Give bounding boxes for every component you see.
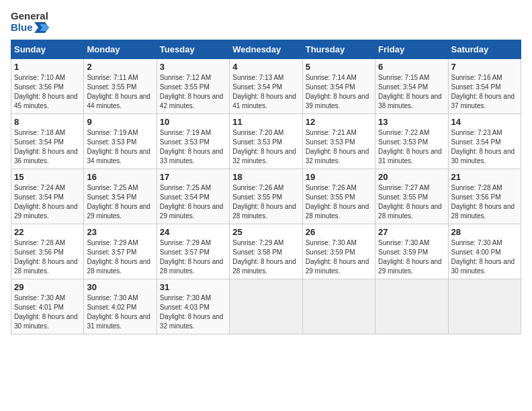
day-number: 27: [378, 227, 445, 237]
day-number: 22: [14, 227, 81, 237]
calendar-week-5: 29 Sunrise: 7:30 AM Sunset: 4:01 PM Dayl…: [11, 279, 521, 334]
calendar-cell: [375, 279, 448, 334]
calendar-cell: 26 Sunrise: 7:30 AM Sunset: 3:59 PM Dayl…: [302, 224, 375, 279]
day-info: Sunrise: 7:21 AM Sunset: 3:53 PM Dayligh…: [306, 128, 372, 166]
day-number: 7: [451, 62, 518, 72]
calendar-cell: 19 Sunrise: 7:26 AM Sunset: 3:55 PM Dayl…: [302, 169, 375, 224]
day-info: Sunrise: 7:11 AM Sunset: 3:55 PM Dayligh…: [87, 73, 153, 111]
day-number: 26: [306, 227, 372, 237]
day-info: Sunrise: 7:18 AM Sunset: 3:54 PM Dayligh…: [14, 128, 81, 166]
day-info: Sunrise: 7:26 AM Sunset: 3:55 PM Dayligh…: [232, 183, 299, 221]
logo-general: General: [11, 11, 48, 22]
day-header-monday: Monday: [84, 40, 157, 59]
day-number: 28: [451, 227, 518, 237]
calendar-cell: 14 Sunrise: 7:23 AM Sunset: 3:54 PM Dayl…: [448, 114, 521, 169]
day-info: Sunrise: 7:23 AM Sunset: 3:54 PM Dayligh…: [451, 128, 518, 166]
calendar-cell: 12 Sunrise: 7:21 AM Sunset: 3:53 PM Dayl…: [302, 114, 375, 169]
day-info: Sunrise: 7:12 AM Sunset: 3:55 PM Dayligh…: [160, 73, 226, 111]
day-info: Sunrise: 7:20 AM Sunset: 3:53 PM Dayligh…: [232, 128, 299, 166]
day-info: Sunrise: 7:30 AM Sunset: 4:01 PM Dayligh…: [14, 293, 81, 331]
day-info: Sunrise: 7:30 AM Sunset: 4:00 PM Dayligh…: [451, 238, 518, 276]
day-info: Sunrise: 7:26 AM Sunset: 3:55 PM Dayligh…: [306, 183, 372, 221]
day-header-tuesday: Tuesday: [157, 40, 229, 59]
day-header-friday: Friday: [375, 40, 448, 59]
calendar-cell: 22 Sunrise: 7:28 AM Sunset: 3:56 PM Dayl…: [11, 224, 84, 279]
day-info: Sunrise: 7:10 AM Sunset: 3:56 PM Dayligh…: [14, 73, 81, 111]
calendar-cell: 27 Sunrise: 7:30 AM Sunset: 3:59 PM Dayl…: [375, 224, 448, 279]
day-number: 31: [160, 282, 226, 292]
day-header-sunday: Sunday: [11, 40, 84, 59]
day-number: 13: [378, 117, 445, 127]
day-info: Sunrise: 7:28 AM Sunset: 3:56 PM Dayligh…: [451, 183, 518, 221]
day-number: 3: [160, 62, 226, 72]
calendar-week-3: 15 Sunrise: 7:24 AM Sunset: 3:54 PM Dayl…: [11, 169, 521, 224]
day-number: 5: [306, 62, 372, 72]
day-info: Sunrise: 7:25 AM Sunset: 3:54 PM Dayligh…: [160, 183, 226, 221]
day-info: Sunrise: 7:19 AM Sunset: 3:53 PM Dayligh…: [87, 128, 153, 166]
day-number: 19: [306, 172, 372, 182]
calendar-week-1: 1 Sunrise: 7:10 AM Sunset: 3:56 PM Dayli…: [11, 59, 521, 114]
day-info: Sunrise: 7:30 AM Sunset: 3:59 PM Dayligh…: [306, 238, 372, 276]
day-info: Sunrise: 7:29 AM Sunset: 3:57 PM Dayligh…: [160, 238, 226, 276]
day-number: 17: [160, 172, 226, 182]
calendar-cell: 9 Sunrise: 7:19 AM Sunset: 3:53 PM Dayli…: [84, 114, 157, 169]
day-number: 21: [451, 172, 518, 182]
day-number: 2: [87, 62, 153, 72]
calendar-cell: 2 Sunrise: 7:11 AM Sunset: 3:55 PM Dayli…: [84, 59, 157, 114]
calendar-cell: 10 Sunrise: 7:19 AM Sunset: 3:53 PM Dayl…: [157, 114, 229, 169]
calendar-cell: 28 Sunrise: 7:30 AM Sunset: 4:00 PM Dayl…: [448, 224, 521, 279]
calendar-cell: 3 Sunrise: 7:12 AM Sunset: 3:55 PM Dayli…: [157, 59, 229, 114]
calendar-cell: 17 Sunrise: 7:25 AM Sunset: 3:54 PM Dayl…: [157, 169, 229, 224]
page-header: General Blue: [11, 11, 521, 33]
calendar-cell: 21 Sunrise: 7:28 AM Sunset: 3:56 PM Dayl…: [448, 169, 521, 224]
calendar-header-row: SundayMondayTuesdayWednesdayThursdayFrid…: [11, 40, 521, 59]
logo-blue: Blue: [11, 22, 33, 34]
day-header-saturday: Saturday: [448, 40, 521, 59]
calendar-cell: 31 Sunrise: 7:30 AM Sunset: 4:03 PM Dayl…: [157, 279, 229, 334]
day-number: 18: [232, 172, 299, 182]
calendar-table: SundayMondayTuesdayWednesdayThursdayFrid…: [11, 40, 521, 334]
logo: General Blue: [11, 11, 49, 33]
day-number: 25: [232, 227, 299, 237]
day-info: Sunrise: 7:29 AM Sunset: 3:57 PM Dayligh…: [87, 238, 153, 276]
logo-arrow-icon: [34, 22, 49, 33]
day-number: 4: [232, 62, 299, 72]
day-header-wednesday: Wednesday: [230, 40, 302, 59]
calendar-cell: 15 Sunrise: 7:24 AM Sunset: 3:54 PM Dayl…: [11, 169, 84, 224]
calendar-cell: 11 Sunrise: 7:20 AM Sunset: 3:53 PM Dayl…: [230, 114, 302, 169]
calendar-cell: 1 Sunrise: 7:10 AM Sunset: 3:56 PM Dayli…: [11, 59, 84, 114]
day-info: Sunrise: 7:30 AM Sunset: 3:59 PM Dayligh…: [378, 238, 445, 276]
calendar-week-2: 8 Sunrise: 7:18 AM Sunset: 3:54 PM Dayli…: [11, 114, 521, 169]
day-number: 16: [87, 172, 153, 182]
day-info: Sunrise: 7:22 AM Sunset: 3:53 PM Dayligh…: [378, 128, 445, 166]
logo-text-block: General Blue: [11, 11, 49, 33]
calendar-cell: 8 Sunrise: 7:18 AM Sunset: 3:54 PM Dayli…: [11, 114, 84, 169]
day-info: Sunrise: 7:29 AM Sunset: 3:58 PM Dayligh…: [232, 238, 299, 276]
day-info: Sunrise: 7:28 AM Sunset: 3:56 PM Dayligh…: [14, 238, 81, 276]
calendar-cell: [448, 279, 521, 334]
day-info: Sunrise: 7:25 AM Sunset: 3:54 PM Dayligh…: [87, 183, 153, 221]
calendar-cell: 7 Sunrise: 7:16 AM Sunset: 3:54 PM Dayli…: [448, 59, 521, 114]
calendar-cell: 23 Sunrise: 7:29 AM Sunset: 3:57 PM Dayl…: [84, 224, 157, 279]
day-number: 8: [14, 117, 81, 127]
day-info: Sunrise: 7:15 AM Sunset: 3:54 PM Dayligh…: [378, 73, 445, 111]
calendar-cell: 24 Sunrise: 7:29 AM Sunset: 3:57 PM Dayl…: [157, 224, 229, 279]
day-number: 30: [87, 282, 153, 292]
day-number: 14: [451, 117, 518, 127]
day-number: 23: [87, 227, 153, 237]
day-number: 9: [87, 117, 153, 127]
day-number: 11: [232, 117, 299, 127]
day-number: 29: [14, 282, 81, 292]
day-info: Sunrise: 7:14 AM Sunset: 3:54 PM Dayligh…: [306, 73, 372, 111]
calendar-cell: 18 Sunrise: 7:26 AM Sunset: 3:55 PM Dayl…: [230, 169, 302, 224]
day-info: Sunrise: 7:13 AM Sunset: 3:54 PM Dayligh…: [232, 73, 299, 111]
day-info: Sunrise: 7:16 AM Sunset: 3:54 PM Dayligh…: [451, 73, 518, 111]
day-info: Sunrise: 7:30 AM Sunset: 4:03 PM Dayligh…: [160, 293, 226, 331]
calendar-cell: 16 Sunrise: 7:25 AM Sunset: 3:54 PM Dayl…: [84, 169, 157, 224]
day-number: 24: [160, 227, 226, 237]
calendar-cell: 5 Sunrise: 7:14 AM Sunset: 3:54 PM Dayli…: [302, 59, 375, 114]
calendar-cell: [230, 279, 302, 334]
day-info: Sunrise: 7:30 AM Sunset: 4:02 PM Dayligh…: [87, 293, 153, 331]
calendar-cell: 20 Sunrise: 7:27 AM Sunset: 3:55 PM Dayl…: [375, 169, 448, 224]
day-number: 6: [378, 62, 445, 72]
